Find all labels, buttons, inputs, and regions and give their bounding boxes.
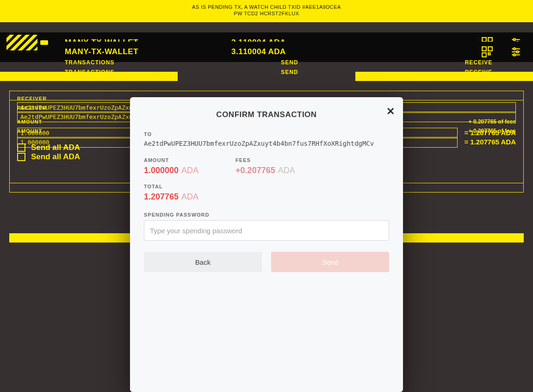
amount-unit: ADA [181, 166, 198, 175]
total-unit: ADA [181, 192, 198, 201]
modal-title: CONFIRM TRANSACTION [144, 110, 389, 119]
close-icon[interactable]: ✕ [386, 106, 395, 117]
confirm-transaction-modal: ✕ CONFIRM TRANSACTION TO Ae2tdPwUPEZ3HUU… [130, 97, 403, 392]
total-value: 1.207765ADA [144, 192, 389, 202]
to-address: Ae2tdPwUPEZ3HUU7bmfexrUzoZpAZxuyt4b4bn7f… [144, 140, 389, 147]
spending-password-label: SPENDING PASSWORD [144, 212, 389, 218]
spending-password-input[interactable] [144, 220, 389, 241]
amount-label: AMOUNT [144, 157, 198, 163]
total-number: 1.207765 [144, 192, 179, 201]
total-label: TOTAL [144, 184, 389, 189]
amount-number: 1.000000 [144, 166, 179, 175]
fees-value: +0.207765ADA [236, 166, 295, 175]
amount-value: 1.000000ADA [144, 166, 198, 175]
to-label: TO [144, 131, 389, 137]
fees-label: FEES [236, 157, 295, 163]
modal-overlay: ✕ CONFIRM TRANSACTION TO Ae2tdPwUPEZ3HUU… [0, 0, 533, 392]
fees-unit: ADA [278, 166, 295, 175]
send-button[interactable]: Send [271, 252, 389, 272]
back-button[interactable]: Back [144, 252, 262, 272]
fees-number: +0.207765 [236, 166, 275, 175]
